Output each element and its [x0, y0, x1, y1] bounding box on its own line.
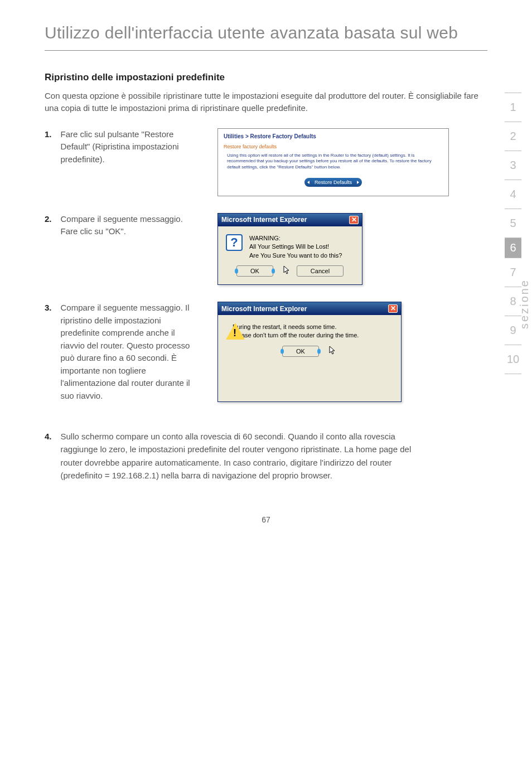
warning-dialog: Microsoft Internet Explorer ✕ WARNING: A…: [217, 213, 362, 285]
step-1-text: 1. Fare clic sul pulsante "Restore Defau…: [45, 128, 201, 196]
step-4-row: 4. Sullo schermo compare un conto alla r…: [45, 430, 487, 482]
step-4-num: 4.: [45, 430, 52, 482]
nav-item-1[interactable]: 1: [500, 93, 526, 122]
section-heading: Ripristino delle impostazioni predefinit…: [45, 72, 487, 83]
section-nav: 1 2 3 4 5 6 7 8 9 10: [500, 93, 526, 374]
utilities-subheading: Restore factory defaults: [224, 144, 443, 149]
dialog-line-1: During the restart, it needs some time.: [233, 323, 359, 331]
utilities-panel: Utilities > Restore Factory Defaults Res…: [217, 128, 449, 196]
section-label: sezione: [518, 279, 531, 329]
step-1-row: 1. Fare clic sul pulsante "Restore Defau…: [45, 128, 487, 196]
nav-item-5[interactable]: 5: [500, 209, 526, 238]
intro-paragraph: Con questa opzione è possibile ripristin…: [45, 90, 487, 115]
dialog-titlebar: Microsoft Internet Explorer ✕: [218, 214, 362, 226]
cursor-icon: [329, 346, 337, 357]
title-rule: [45, 50, 487, 51]
ok-button[interactable]: OK: [282, 346, 319, 357]
step-4-body: Sullo schermo compare un conto alla rove…: [61, 430, 418, 482]
dialog-message: WARNING: All Your Settings Will be Lost!…: [249, 234, 342, 260]
nav-item-10[interactable]: 10: [500, 345, 526, 374]
dialog-line-3: Are You Sure You want to do this?: [249, 251, 342, 260]
nav-item-3[interactable]: 3: [500, 151, 526, 180]
dialog-line-1: WARNING:: [249, 234, 342, 243]
step-2-image: Microsoft Internet Explorer ✕ WARNING: A…: [217, 213, 487, 285]
step-2-body: Compare il seguente messaggio. Fare clic…: [61, 213, 201, 285]
question-icon: [226, 234, 243, 251]
step-3-image: Microsoft Internet Explorer ✕ During the…: [217, 302, 487, 402]
page-title: Utilizzo dell'interfaccia utente avanzat…: [45, 22, 487, 43]
page-number: 67: [45, 515, 487, 524]
dialog-message: During the restart, it needs some time. …: [233, 323, 359, 340]
step-1-body: Fare clic sul pulsante "Restore Default"…: [61, 128, 201, 196]
step-2-num: 2.: [45, 213, 52, 285]
cursor-icon: [283, 265, 291, 277]
dialog-title: Microsoft Internet Explorer: [221, 216, 307, 224]
step-2-row: 2. Compare il seguente messaggio. Fare c…: [45, 213, 487, 285]
close-icon[interactable]: ✕: [349, 216, 359, 224]
nav-item-6[interactable]: 6: [505, 238, 521, 258]
step-1-num: 1.: [45, 128, 52, 196]
step-1-image: Utilities > Restore Factory Defaults Res…: [217, 128, 487, 196]
dialog-line-2: Please don't turn off the router during …: [233, 331, 359, 340]
restart-dialog: Microsoft Internet Explorer ✕ During the…: [217, 302, 402, 402]
ok-button[interactable]: OK: [236, 265, 273, 277]
step-3-text: 3. Compare il seguente messaggio. Il rip…: [45, 302, 201, 402]
utilities-description: Using this option will restore all of th…: [224, 153, 443, 171]
step-2-text: 2. Compare il seguente messaggio. Fare c…: [45, 213, 201, 285]
nav-item-2[interactable]: 2: [500, 122, 526, 151]
close-icon[interactable]: ✕: [388, 304, 398, 313]
step-3-num: 3.: [45, 302, 52, 402]
step-3-body: Compare il seguente messaggio. Il ripris…: [61, 302, 201, 402]
step-3-row: 3. Compare il seguente messaggio. Il rip…: [45, 302, 487, 402]
dialog-titlebar: Microsoft Internet Explorer ✕: [218, 302, 401, 315]
dialog-line-2: All Your Settings Will be Lost!: [249, 243, 342, 251]
utilities-breadcrumb: Utilities > Restore Factory Defaults: [224, 133, 443, 139]
cancel-button[interactable]: Cancel: [297, 265, 344, 277]
nav-item-4[interactable]: 4: [500, 180, 526, 209]
dialog-title: Microsoft Internet Explorer: [221, 305, 307, 313]
restore-defaults-button[interactable]: Restore Defaults: [304, 178, 362, 187]
